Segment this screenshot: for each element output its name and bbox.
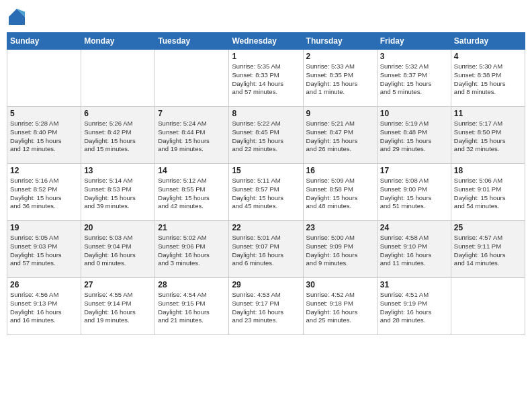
cell-content: Sunrise: 5:11 AMSunset: 8:57 PMDaylight:… (232, 177, 300, 211)
calendar-cell: 1Sunrise: 5:35 AMSunset: 8:33 PMDaylight… (229, 50, 303, 107)
day-number: 30 (306, 280, 374, 289)
cell-content: Sunrise: 4:53 AMSunset: 9:17 PMDaylight:… (232, 291, 300, 325)
cell-content: Sunrise: 5:02 AMSunset: 9:06 PMDaylight:… (158, 234, 226, 268)
day-number: 25 (454, 223, 522, 232)
cell-content: Sunrise: 5:26 AMSunset: 8:42 PMDaylight:… (84, 120, 152, 154)
calendar-cell: 2Sunrise: 5:33 AMSunset: 8:35 PMDaylight… (303, 50, 377, 107)
calendar-cell: 7Sunrise: 5:24 AMSunset: 8:44 PMDaylight… (155, 107, 229, 164)
page-header (7, 7, 525, 27)
day-number: 1 (232, 52, 300, 61)
cell-content: Sunrise: 4:58 AMSunset: 9:10 PMDaylight:… (380, 234, 448, 268)
calendar-cell: 20Sunrise: 5:03 AMSunset: 9:04 PMDayligh… (81, 221, 155, 278)
logo-icon (7, 7, 27, 27)
calendar-cell: 13Sunrise: 5:14 AMSunset: 8:53 PMDayligh… (81, 164, 155, 221)
day-number: 22 (232, 223, 300, 232)
day-number: 10 (380, 109, 448, 118)
day-number: 24 (380, 223, 448, 232)
cell-content: Sunrise: 5:05 AMSunset: 9:03 PMDaylight:… (10, 234, 78, 268)
calendar-cell: 21Sunrise: 5:02 AMSunset: 9:06 PMDayligh… (155, 221, 229, 278)
day-number: 6 (84, 109, 152, 118)
calendar-cell: 18Sunrise: 5:06 AMSunset: 9:01 PMDayligh… (451, 164, 525, 221)
cell-content: Sunrise: 5:09 AMSunset: 8:58 PMDaylight:… (306, 177, 374, 211)
cell-content: Sunrise: 4:51 AMSunset: 9:19 PMDaylight:… (380, 291, 448, 325)
cell-content: Sunrise: 5:24 AMSunset: 8:44 PMDaylight:… (158, 120, 226, 154)
week-row-5: 26Sunrise: 4:56 AMSunset: 9:13 PMDayligh… (7, 278, 525, 335)
cell-content: Sunrise: 4:57 AMSunset: 9:11 PMDaylight:… (454, 234, 522, 268)
header-sunday: Sunday (7, 33, 81, 50)
week-row-1: 1Sunrise: 5:35 AMSunset: 8:33 PMDaylight… (7, 50, 525, 107)
calendar-cell: 11Sunrise: 5:17 AMSunset: 8:50 PMDayligh… (451, 107, 525, 164)
calendar-cell: 6Sunrise: 5:26 AMSunset: 8:42 PMDaylight… (81, 107, 155, 164)
calendar-cell: 3Sunrise: 5:32 AMSunset: 8:37 PMDaylight… (377, 50, 451, 107)
day-number: 18 (454, 166, 522, 175)
day-number: 20 (84, 223, 152, 232)
cell-content: Sunrise: 5:33 AMSunset: 8:35 PMDaylight:… (306, 62, 374, 97)
week-row-3: 12Sunrise: 5:16 AMSunset: 8:52 PMDayligh… (7, 164, 525, 221)
calendar-cell: 24Sunrise: 4:58 AMSunset: 9:10 PMDayligh… (377, 221, 451, 278)
calendar-cell: 31Sunrise: 4:51 AMSunset: 9:19 PMDayligh… (377, 278, 451, 335)
day-number: 3 (380, 52, 448, 61)
day-number: 12 (10, 166, 78, 175)
cell-content: Sunrise: 4:55 AMSunset: 9:14 PMDaylight:… (84, 291, 152, 325)
calendar-cell: 26Sunrise: 4:56 AMSunset: 9:13 PMDayligh… (7, 278, 81, 335)
calendar-cell: 9Sunrise: 5:21 AMSunset: 8:47 PMDaylight… (303, 107, 377, 164)
cell-content: Sunrise: 5:00 AMSunset: 9:09 PMDaylight:… (306, 234, 374, 268)
header-monday: Monday (81, 33, 155, 50)
calendar-cell (81, 50, 155, 107)
cell-content: Sunrise: 5:17 AMSunset: 8:50 PMDaylight:… (454, 120, 522, 154)
header-row: SundayMondayTuesdayWednesdayThursdayFrid… (7, 33, 525, 50)
header-thursday: Thursday (303, 33, 377, 50)
day-number: 19 (10, 223, 78, 232)
calendar-cell: 25Sunrise: 4:57 AMSunset: 9:11 PMDayligh… (451, 221, 525, 278)
calendar-cell (7, 50, 81, 107)
cell-content: Sunrise: 5:19 AMSunset: 8:48 PMDaylight:… (380, 120, 448, 154)
day-number: 11 (454, 109, 522, 118)
calendar-cell: 22Sunrise: 5:01 AMSunset: 9:07 PMDayligh… (229, 221, 303, 278)
calendar-cell (451, 278, 525, 335)
cell-content: Sunrise: 4:52 AMSunset: 9:18 PMDaylight:… (306, 291, 374, 325)
cell-content: Sunrise: 5:03 AMSunset: 9:04 PMDaylight:… (84, 234, 152, 268)
cell-content: Sunrise: 5:14 AMSunset: 8:53 PMDaylight:… (84, 177, 152, 211)
day-number: 4 (454, 52, 522, 61)
calendar-cell: 28Sunrise: 4:54 AMSunset: 9:15 PMDayligh… (155, 278, 229, 335)
cell-content: Sunrise: 5:12 AMSunset: 8:55 PMDaylight:… (158, 177, 226, 211)
day-number: 14 (158, 166, 226, 175)
header-tuesday: Tuesday (155, 33, 229, 50)
calendar-cell: 17Sunrise: 5:08 AMSunset: 9:00 PMDayligh… (377, 164, 451, 221)
calendar-cell: 27Sunrise: 4:55 AMSunset: 9:14 PMDayligh… (81, 278, 155, 335)
calendar-cell: 23Sunrise: 5:00 AMSunset: 9:09 PMDayligh… (303, 221, 377, 278)
header-wednesday: Wednesday (229, 33, 303, 50)
day-number: 21 (158, 223, 226, 232)
cell-content: Sunrise: 5:16 AMSunset: 8:52 PMDaylight:… (10, 177, 78, 211)
calendar-cell: 30Sunrise: 4:52 AMSunset: 9:18 PMDayligh… (303, 278, 377, 335)
calendar-cell: 5Sunrise: 5:28 AMSunset: 8:40 PMDaylight… (7, 107, 81, 164)
calendar-cell: 8Sunrise: 5:22 AMSunset: 8:45 PMDaylight… (229, 107, 303, 164)
cell-content: Sunrise: 4:56 AMSunset: 9:13 PMDaylight:… (10, 291, 78, 325)
day-number: 8 (232, 109, 300, 118)
cell-content: Sunrise: 5:30 AMSunset: 8:38 PMDaylight:… (454, 62, 522, 97)
header-saturday: Saturday (451, 33, 525, 50)
cell-content: Sunrise: 5:21 AMSunset: 8:47 PMDaylight:… (306, 120, 374, 154)
cell-content: Sunrise: 5:08 AMSunset: 9:00 PMDaylight:… (380, 177, 448, 211)
calendar-cell: 12Sunrise: 5:16 AMSunset: 8:52 PMDayligh… (7, 164, 81, 221)
day-number: 5 (10, 109, 78, 118)
day-number: 28 (158, 280, 226, 289)
calendar-cell (155, 50, 229, 107)
day-number: 17 (380, 166, 448, 175)
cell-content: Sunrise: 5:01 AMSunset: 9:07 PMDaylight:… (232, 234, 300, 268)
week-row-4: 19Sunrise: 5:05 AMSunset: 9:03 PMDayligh… (7, 221, 525, 278)
day-number: 16 (306, 166, 374, 175)
day-number: 29 (232, 280, 300, 289)
calendar-cell: 29Sunrise: 4:53 AMSunset: 9:17 PMDayligh… (229, 278, 303, 335)
calendar-cell: 10Sunrise: 5:19 AMSunset: 8:48 PMDayligh… (377, 107, 451, 164)
calendar-cell: 15Sunrise: 5:11 AMSunset: 8:57 PMDayligh… (229, 164, 303, 221)
logo (7, 7, 30, 27)
week-row-2: 5Sunrise: 5:28 AMSunset: 8:40 PMDaylight… (7, 107, 525, 164)
day-number: 27 (84, 280, 152, 289)
day-number: 26 (10, 280, 78, 289)
header-friday: Friday (377, 33, 451, 50)
cell-content: Sunrise: 5:35 AMSunset: 8:33 PMDaylight:… (232, 62, 300, 97)
calendar-cell: 4Sunrise: 5:30 AMSunset: 8:38 PMDaylight… (451, 50, 525, 107)
calendar-cell: 16Sunrise: 5:09 AMSunset: 8:58 PMDayligh… (303, 164, 377, 221)
day-number: 7 (158, 109, 226, 118)
